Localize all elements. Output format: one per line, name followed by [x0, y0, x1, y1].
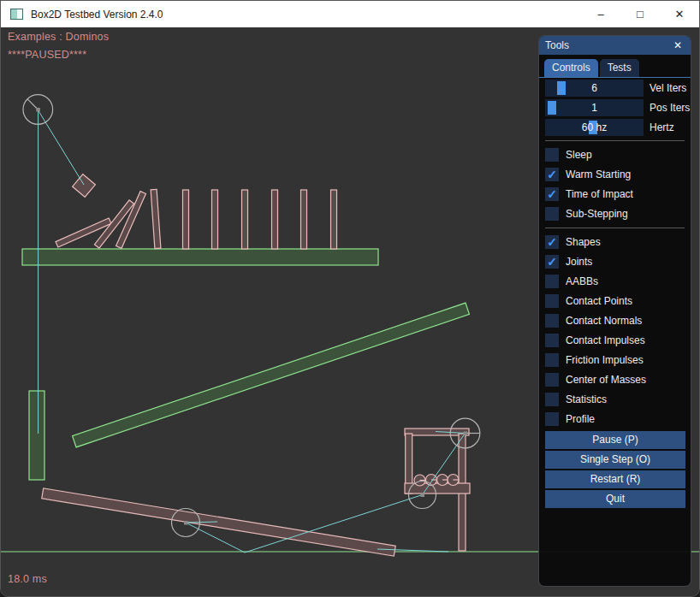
vertical-static-box: [29, 391, 44, 480]
pendulum-square: [73, 174, 96, 198]
vel-iters-value: 6: [545, 80, 644, 97]
checkbox-sub-stepping[interactable]: ✓ Sub-Stepping: [545, 204, 685, 223]
app-window: Box2D Testbed Version 2.4.0 – □ ✕: [0, 0, 700, 597]
checkbox-box[interactable]: ✓: [545, 393, 559, 406]
tools-panel: Tools ✕ Controls Tests 6 Vel Iters 1 Pos: [538, 35, 691, 587]
hertz-value: 60 hz: [545, 119, 644, 136]
hertz-label: Hertz: [650, 121, 674, 133]
frame-shelf: [405, 483, 470, 494]
separator: [545, 228, 685, 228]
check-icon: ✓: [547, 168, 557, 181]
hertz-slider[interactable]: 60 hz: [545, 119, 644, 136]
checkbox-joints[interactable]: ✓ Joints: [545, 251, 685, 271]
checkbox-box[interactable]: ✓: [545, 373, 559, 387]
checkbox-box[interactable]: ✓: [545, 412, 559, 426]
checkbox-warm-starting[interactable]: ✓ Warm Starting: [545, 164, 685, 184]
checkbox-box[interactable]: ✓: [545, 168, 559, 181]
checkbox-box[interactable]: ✓: [545, 314, 559, 328]
checkbox-box[interactable]: ✓: [545, 235, 559, 249]
tools-panel-titlebar[interactable]: Tools ✕: [539, 36, 691, 55]
domino: [183, 190, 189, 249]
tab-controls[interactable]: Controls: [544, 59, 598, 77]
checkbox-box[interactable]: ✓: [545, 255, 559, 269]
vel-iters-label: Vel Iters: [650, 82, 686, 94]
maximize-icon[interactable]: □: [620, 1, 660, 27]
domino: [331, 190, 337, 249]
paused-label: ****PAUSED****: [8, 49, 86, 61]
domino: [272, 190, 278, 249]
checkbox-contact-normals[interactable]: ✓ Contact Normals: [545, 310, 685, 330]
single-step-button[interactable]: Single Step (O): [545, 451, 685, 469]
app-icon: [10, 9, 23, 20]
vel-iters-slider[interactable]: 6: [545, 80, 644, 97]
checkbox-box[interactable]: ✓: [545, 294, 559, 308]
check-icon: ✓: [547, 235, 557, 249]
domino: [301, 190, 307, 249]
checkbox-center-of-masses[interactable]: ✓ Center of Masses: [545, 369, 685, 389]
domino: [242, 190, 248, 249]
checkbox-box[interactable]: ✓: [545, 334, 559, 347]
domino: [151, 189, 161, 248]
slanted-ramp: [73, 303, 470, 447]
pos-iters-value: 1: [545, 99, 644, 116]
dynamic-bodies-group: [42, 174, 470, 556]
check-icon: ✓: [547, 187, 557, 201]
quit-button[interactable]: Quit: [545, 490, 685, 508]
checkbox-time-of-impact[interactable]: ✓ Time of Impact: [545, 184, 685, 204]
checkbox-statistics[interactable]: ✓ Statistics: [545, 389, 685, 409]
close-icon[interactable]: ✕: [660, 1, 699, 27]
tab-bar: Controls Tests: [539, 55, 691, 78]
checkbox-box[interactable]: ✓: [545, 207, 559, 221]
example-label: Examples : Dominos: [8, 31, 109, 43]
pos-iters-slider[interactable]: 1: [545, 99, 644, 116]
checkbox-friction-impulses[interactable]: ✓ Friction Impulses: [545, 350, 685, 369]
checkbox-sleep[interactable]: ✓ Sleep: [545, 145, 685, 164]
frame-time-label: 18.0 ms: [8, 573, 47, 585]
checkbox-box[interactable]: ✓: [545, 187, 559, 201]
checkbox-contact-impulses[interactable]: ✓ Contact Impulses: [545, 330, 685, 350]
checkbox-box[interactable]: ✓: [545, 353, 559, 367]
separator: [545, 140, 685, 141]
checkbox-box[interactable]: ✓: [545, 148, 559, 162]
tab-tests[interactable]: Tests: [600, 59, 639, 77]
pause-button[interactable]: Pause (P): [545, 431, 685, 449]
checkbox-shapes[interactable]: ✓ Shapes: [545, 232, 685, 251]
pos-iters-label: Pos Iters: [650, 102, 690, 114]
window-titlebar[interactable]: Box2D Testbed Version 2.4.0 – □ ✕: [1, 1, 699, 27]
domino: [212, 190, 218, 249]
minimize-icon[interactable]: –: [581, 1, 620, 27]
checkbox-profile[interactable]: ✓ Profile: [545, 409, 685, 429]
domino-platform: [22, 249, 378, 265]
center-markers-group: [36, 108, 467, 525]
window-title: Box2D Testbed Version 2.4.0: [31, 9, 163, 21]
check-icon: ✓: [547, 255, 557, 269]
panel-close-icon[interactable]: ✕: [671, 39, 685, 51]
tools-panel-title: Tools: [545, 39, 671, 51]
joint-line: [39, 110, 84, 185]
checkbox-aabbs[interactable]: ✓ AABBs: [545, 271, 685, 291]
restart-button[interactable]: Restart (R): [545, 470, 685, 488]
checkbox-contact-points[interactable]: ✓ Contact Points: [545, 291, 685, 310]
seesaw-plank: [42, 488, 395, 556]
checkbox-box[interactable]: ✓: [545, 275, 559, 288]
